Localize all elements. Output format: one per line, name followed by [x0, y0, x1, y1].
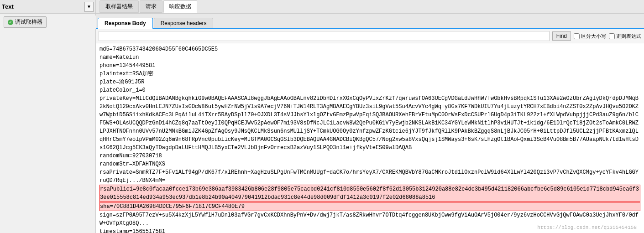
right-panel: Response Body Response headers Find 区分大小… [96, 14, 644, 233]
top-bar-left: Text ▼ [0, 0, 96, 13]
find-button[interactable]: Find [552, 31, 571, 41]
top-bar-title: Text [2, 3, 84, 10]
list-item: plaintext=RSA加密 [99, 70, 640, 78]
search-input[interactable] [99, 31, 550, 41]
list-item: rsaPrivate=SnmRTZ7F+5Fv1ALf94gP/dK67f/xl… [99, 168, 640, 185]
sampler-row: ✓ 调试取样器 [2, 16, 98, 29]
check-icon: ✓ [8, 20, 13, 25]
tab-request[interactable]: 请求 [140, 0, 162, 13]
list-item: randomStr=XDFAHTNQXS [99, 160, 640, 168]
debug-sampler-button[interactable]: ✓ 调试取样器 [4, 16, 47, 28]
tab-response-data[interactable]: 响应数据 [163, 0, 197, 13]
dropdown-button[interactable]: ▼ [84, 2, 94, 12]
list-item: sha=70C881D4A26984DDCE795F6F71817C9CF448… [99, 202, 640, 211]
list-item: rsaPublic1=9e8c0facaa0fcce173b69e386aaf3… [99, 185, 640, 202]
tab-sampler-result[interactable]: 取样器结果 [99, 0, 139, 13]
content-area[interactable]: md5=74B6753743420604D55F60C4665DC5E5name… [96, 43, 644, 233]
list-item: md5=74B6753743420604D55F60C4665DC5E5 [99, 45, 640, 53]
list-item: randomNum=927030718 [99, 152, 640, 160]
tab-response-body[interactable]: Response Body [98, 18, 153, 29]
regex-checkbox[interactable] [609, 33, 615, 39]
case-sensitive-checkbox[interactable] [574, 33, 580, 39]
top-bar: Text ▼ 取样器结果 请求 响应数据 [0, 0, 644, 14]
list-item: name=Katelun [99, 53, 640, 62]
sub-tabs: Response Body Response headers [96, 14, 644, 29]
search-bar: Find 区分大小写 正则表达式 [96, 29, 644, 43]
list-item: plateColor_1=0 [99, 86, 640, 94]
sampler-btn-label: 调试取样器 [15, 18, 42, 26]
top-tabs: 取样器结果 请求 响应数据 [96, 0, 197, 13]
list-item: plate=渝G91J5R [99, 78, 640, 86]
tab-response-headers[interactable]: Response headers [154, 18, 214, 28]
left-panel: ✓ 调试取样器 [0, 14, 96, 233]
list-item: phone=13454449581 [99, 62, 640, 70]
main-layout: ✓ 调试取样器 Response Body Response headers F… [0, 14, 644, 233]
case-sensitive-label[interactable]: 区分大小写 [574, 33, 606, 40]
watermark: https://blog.csdn.net/q1355454158 [537, 224, 637, 232]
regex-label[interactable]: 正则表达式 [609, 33, 641, 40]
list-item: privateKey=MIICdQIBADANBgkqhkiG9w0BAQEFA… [99, 94, 640, 152]
